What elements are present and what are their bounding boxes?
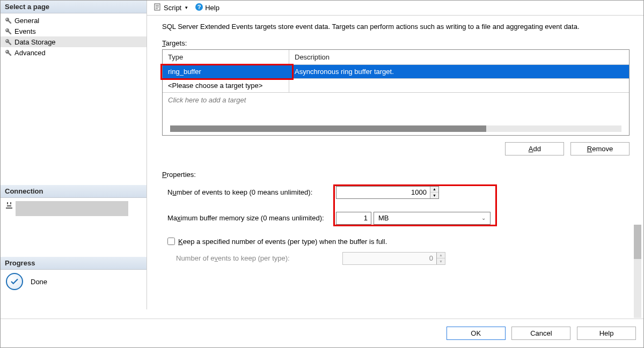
toolbar: Script ▼ ? Help xyxy=(147,1,643,16)
help-button[interactable]: ? Help xyxy=(193,2,222,13)
add-target-row[interactable]: Click here to add a target xyxy=(163,92,629,107)
wrench-icon xyxy=(4,27,12,35)
dialog-footer: OK Cancel Help xyxy=(1,319,643,347)
spin-down-icon[interactable]: ▼ xyxy=(430,192,438,198)
events-to-keep-label: Number of events to keep (0 means unlimi… xyxy=(162,188,328,196)
buffer-size-label: Maximum buffer memory size (0 means unli… xyxy=(162,214,328,222)
sidebar-item-label: General xyxy=(14,17,39,25)
remove-button[interactable]: Remove xyxy=(570,142,630,156)
svg-text:?: ? xyxy=(197,4,201,10)
header-description[interactable]: Description xyxy=(289,50,629,64)
main-panel: Script ▼ ? Help SQL Server Extended Even… xyxy=(147,1,643,309)
targets-table: Type Description ring_buffer Asynchronou… xyxy=(162,49,630,136)
sidebar-item-label: Events xyxy=(14,27,36,35)
table-row-selected[interactable]: ring_buffer Asynchronous ring buffer tar… xyxy=(163,65,629,78)
sidebar-item-label: Advanced xyxy=(14,49,46,57)
add-button[interactable]: Add xyxy=(505,142,564,156)
sidebar-item-events[interactable]: Events xyxy=(1,26,147,36)
progress-title: Progress xyxy=(1,257,147,270)
progress-status: Done xyxy=(31,278,47,286)
per-type-input xyxy=(343,253,436,264)
buffer-size-row: Maximum buffer memory size (0 means unli… xyxy=(162,212,630,225)
page-list: General Events Data Storage Advanced xyxy=(1,13,147,60)
help-button[interactable]: Help xyxy=(577,327,636,340)
wrench-icon xyxy=(4,16,12,25)
sidebar: Select a page General Events Data Storag… xyxy=(1,1,147,309)
help-icon: ? xyxy=(195,3,203,13)
properties-label: Properties: xyxy=(162,171,630,179)
per-type-spinner: ▲ ▼ xyxy=(342,252,445,265)
cell-placeholder-type: <Please choose a target type> xyxy=(163,79,289,92)
keep-specified-row: Keep a specified number of events (per t… xyxy=(162,238,630,246)
scrollbar-thumb[interactable] xyxy=(170,125,486,132)
sidebar-item-label: Data Storage xyxy=(14,38,56,46)
sidebar-item-general[interactable]: General xyxy=(1,15,147,26)
sidebar-item-advanced[interactable]: Advanced xyxy=(1,47,147,58)
wrench-icon xyxy=(4,48,12,57)
cell-type: ring_buffer xyxy=(163,65,289,78)
chevron-down-icon: ⌄ xyxy=(481,215,486,221)
ok-button[interactable]: OK xyxy=(447,327,506,340)
connection-body xyxy=(1,198,147,219)
wrench-icon xyxy=(4,38,12,46)
scrollbar-thumb[interactable] xyxy=(634,225,641,259)
buffer-size-input[interactable] xyxy=(336,212,371,225)
page-description: SQL Server Extended Events targets store… xyxy=(162,22,630,32)
help-label: Help xyxy=(205,4,219,12)
spin-up-icon[interactable]: ▲ xyxy=(430,187,438,192)
buffer-unit-select[interactable]: MB ⌄ xyxy=(374,212,491,225)
connection-title: Connection xyxy=(1,185,147,198)
buffer-unit-value: MB xyxy=(378,214,389,222)
per-type-row: Number of events to keep (per type): ▲ ▼ xyxy=(162,252,630,265)
server-icon xyxy=(5,201,13,210)
table-header: Type Description xyxy=(163,50,629,65)
cell-description: Asynchronous ring buffer target. xyxy=(289,65,629,78)
events-to-keep-spinner[interactable]: ▲ ▼ xyxy=(336,186,439,199)
connection-value-redacted xyxy=(16,201,128,216)
progress-body: Done xyxy=(1,270,147,293)
spin-down-icon: ▼ xyxy=(437,258,445,264)
table-row-placeholder[interactable]: <Please choose a target type> xyxy=(163,78,629,92)
chevron-down-icon: ▼ xyxy=(184,5,188,10)
cell-placeholder-desc xyxy=(289,79,629,92)
horizontal-scrollbar[interactable] xyxy=(170,125,621,132)
keep-specified-checkbox[interactable] xyxy=(167,238,175,245)
sidebar-item-data-storage[interactable]: Data Storage xyxy=(1,36,147,47)
cancel-button[interactable]: Cancel xyxy=(511,327,570,340)
select-page-title: Select a page xyxy=(1,1,147,13)
script-dropdown[interactable]: Script ▼ xyxy=(151,2,191,13)
events-to-keep-input[interactable] xyxy=(336,187,430,198)
script-icon xyxy=(153,3,162,13)
done-check-icon xyxy=(6,273,23,290)
per-type-label: Number of events to keep (per type): xyxy=(176,254,335,262)
targets-label: Targets: xyxy=(162,39,630,47)
events-to-keep-row: Number of events to keep (0 means unlimi… xyxy=(162,186,630,199)
keep-specified-label: Keep a specified number of events (per t… xyxy=(178,238,387,246)
vertical-scrollbar[interactable] xyxy=(634,225,641,318)
script-label: Script xyxy=(164,4,181,12)
header-type[interactable]: Type xyxy=(163,50,289,64)
spin-up-icon: ▲ xyxy=(437,253,445,258)
